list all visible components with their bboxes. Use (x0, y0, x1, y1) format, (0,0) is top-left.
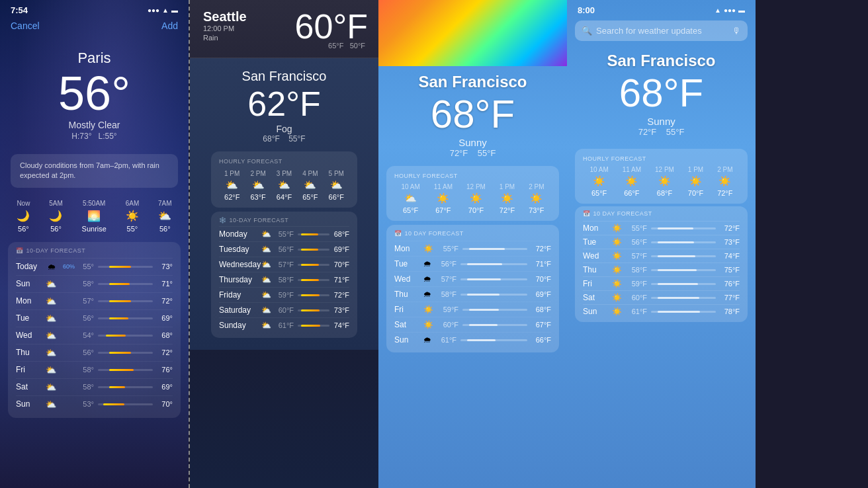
forecast-bar-fill-tue (109, 317, 129, 319)
sf4-hi-tue: 73°F (720, 238, 740, 246)
search-input[interactable]: Search for weather updates (596, 26, 728, 36)
sf3-h-temp-4: 72°F (499, 206, 515, 214)
hour-icon-3: ☀️ (126, 210, 139, 222)
sf4-hi-thu: 75°F (720, 266, 740, 274)
hour-label-2: 5:50AM (83, 200, 105, 207)
hourly-temp-4: 65°F (302, 193, 318, 201)
panel-sf-sunny: San Francisco 68°F Sunny 72°F 55°F Hourl… (378, 0, 567, 488)
sf4-bar-thu (651, 269, 716, 271)
hourly-time-1: 1 PM (224, 170, 239, 177)
sf3-hi-wed: 70°F (531, 275, 551, 283)
seattle-temp: 60°F (295, 7, 368, 46)
forecast-row-mon: Mon ⛅ 57° 72° (16, 292, 173, 309)
forecast-icon-fri: ⛅ (45, 365, 57, 375)
forecast-row-thu: Thu ⛅ 56° 72° (16, 344, 173, 361)
cancel-button[interactable]: Cancel (11, 20, 40, 31)
sf3-h-time-1: 10 AM (401, 183, 419, 190)
p2-forecast-fri: Friday ⛅ 59°F 72°F (219, 287, 349, 302)
hourly-item-1pm: 1 PM ⛅ 62°F (224, 170, 239, 201)
sf-dark-hourly-box: Hourly Forecast 1 PM ⛅ 62°F 2 PM ⛅ 63°F … (211, 151, 357, 208)
sf4-hl: 72°F 55°F (567, 127, 756, 137)
sf4-h-icon-2: ☀️ (625, 175, 638, 187)
hour-temp-0: 56° (18, 225, 29, 233)
hour-label-3: 6AM (126, 200, 140, 207)
p2-icon-wed: ⛅ (261, 260, 271, 269)
forecast-icon-sun: ⛅ (45, 279, 57, 289)
forecast-day-fri: Fri (16, 365, 41, 374)
forecast-bar-fill-thu (109, 352, 131, 354)
sf4-low: 55°F (666, 127, 685, 137)
sf4-hourly-box: Hourly Forecast 10 AM ☀️ 65°F 11 AM ☀️ 6… (575, 149, 748, 204)
forecast-row-fri: Fri ⛅ 58° 76° (16, 361, 173, 378)
sf3-h-temp-5: 73°F (529, 206, 544, 214)
sf3-lo-thu: 58°F (434, 290, 456, 298)
sf-dark-high: 68°F (263, 134, 279, 143)
sf4-condition: Sunny (567, 116, 756, 127)
sf4-lo-tue: 56°F (625, 238, 647, 246)
status-time: 7:54 (11, 5, 28, 15)
search-bar[interactable]: 🔍 Search for weather updates 🎙 (575, 20, 748, 41)
sf3-lo-fri: 59°F (436, 305, 458, 313)
sf3-h-temp-2: 67°F (435, 206, 451, 214)
hourly-icon-3: ⛅ (278, 179, 290, 191)
sf3-row-fri: Fri ☀️ 59°F 68°F (394, 302, 551, 317)
forecast-high-today: 73° (157, 263, 173, 270)
p2-hi-wed: 70°F (333, 261, 349, 268)
hourly-time-3: 3 PM (277, 170, 292, 177)
sf3-row-sat: Sat ☀️ 60°F 67°F (394, 317, 551, 332)
sf4-lo-wed: 57°F (625, 252, 647, 260)
add-button[interactable]: Add (161, 20, 178, 31)
forecast-row-sun: Sun ⛅ 58° 71° (16, 275, 173, 292)
p2-hi-tue: 69°F (333, 245, 349, 253)
forecast-row-tue: Tue ⛅ 56° 69° (16, 309, 173, 327)
sf3-h-icon-4: ☀️ (501, 192, 513, 204)
wifi-icon: ▲ (162, 7, 169, 14)
sf3-lo-tue: 56°F (434, 260, 456, 268)
sf3-bar-fri (462, 309, 527, 311)
p2-icon-sat: ⛅ (261, 305, 271, 315)
forecast-bar-fill-mon (109, 300, 131, 302)
cloud-advisory: Cloudy conditions from 7am–2pm, with rai… (11, 154, 178, 188)
sf4-icon-fri: ☀️ (612, 279, 622, 288)
sf4-lo-sun: 61°F (625, 307, 647, 315)
sf4-hourly-title-text: Hourly Forecast (583, 155, 646, 162)
sf3-high: 72°F (450, 148, 468, 158)
sf3-bar-fill-mon (469, 248, 505, 250)
microphone-icon[interactable]: 🎙 (732, 26, 741, 36)
p2-bar-fill-wed (301, 264, 319, 266)
sf4-h-temp-5: 72°F (717, 189, 732, 197)
sf4-bar-fill-tue (658, 241, 694, 243)
p2-bar-fri (298, 294, 329, 296)
sf4-day-tue: Tue (583, 237, 609, 247)
sf4-bar-wed (651, 255, 716, 257)
sf4-h-time-3: 12 PM (655, 166, 674, 173)
sf4-content: San Francisco 68°F Sunny 72°F 55°F (567, 46, 756, 146)
forecast-low-sun: 58° (75, 280, 94, 288)
sf4-bar-fill-mon (658, 227, 693, 229)
p2-lo-mon: 55°F (274, 230, 294, 238)
sf-dark-forecast-box: ❄️ 10-DAY FORECAST Monday ⛅ 55°F 68°F Tu… (211, 212, 357, 338)
sf4-h-11am: 11 AM ☀️ 66°F (623, 166, 641, 197)
p2-day-tue: Tuesday (219, 245, 259, 254)
forecast-section-1: 📅 10-DAY FORECAST Today 🌧 60% 55° 73° Su… (8, 242, 181, 418)
sf3-day-sun: Sun (394, 335, 421, 345)
forecast-bar-fill-sat (109, 386, 126, 388)
sf3-bar-fill-sat (469, 324, 498, 326)
forecast-icon-today: 🌧 (45, 262, 57, 272)
hourly-temp-5: 66°F (329, 193, 344, 201)
p2-hi-fri: 72°F (333, 291, 349, 299)
p2-hi-mon: 68°F (333, 230, 349, 238)
sf4-row-sat: Sat ☀️ 60°F 77°F (583, 290, 740, 304)
sf3-hourly-12pm: 12 PM ☀️ 70°F (466, 183, 486, 214)
sf4-day-sun: Sun (583, 307, 609, 316)
sf3-day-wed: Wed (394, 274, 421, 284)
sf4-row-mon: Mon ☀️ 55°F 72°F (583, 221, 740, 235)
sf4-h-time-4: 1 PM (688, 166, 703, 173)
paris-condition: Mostly Clear (13, 120, 175, 130)
hour-temp-2: Sunrise (82, 225, 107, 233)
sf-dark-hourly-row: 1 PM ⛅ 62°F 2 PM ⛅ 63°F 3 PM ⛅ 64°F 4 PM… (219, 170, 349, 201)
sf3-row-sun: Sun 🌧 61°F 66°F (394, 332, 551, 347)
hour-temp-3: 55° (127, 225, 138, 233)
p2-hi-sat: 73°F (333, 306, 349, 314)
hour-item-5am: 5AM 🌙 56° (49, 200, 63, 233)
